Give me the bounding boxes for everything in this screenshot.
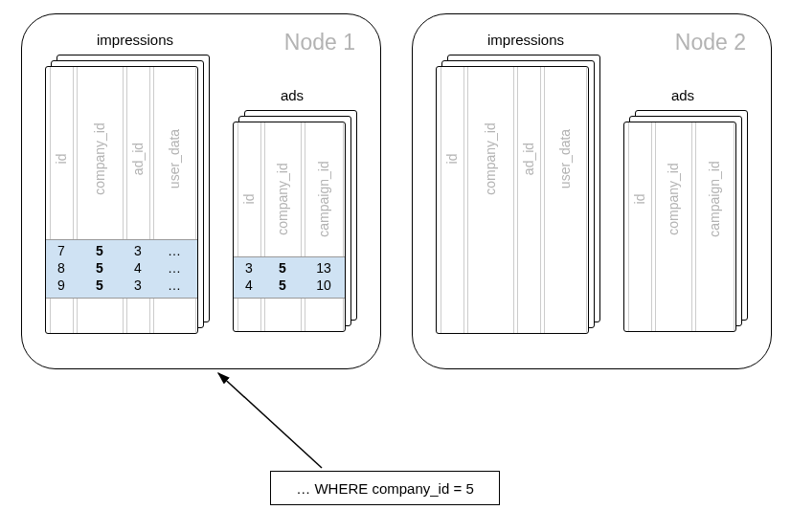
arrow-query-to-node1: [0, 0, 791, 532]
svg-line-0: [218, 373, 322, 468]
query-box: … WHERE company_id = 5: [270, 471, 500, 505]
query-text: … WHERE company_id = 5: [296, 480, 474, 497]
